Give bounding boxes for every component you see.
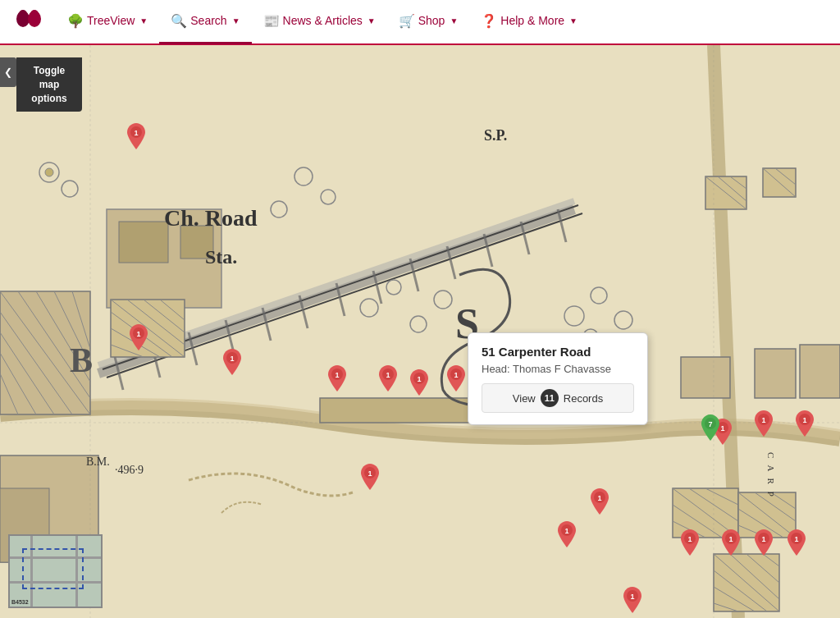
view-records-label: View <box>513 392 536 405</box>
treeview-icon: 🌳 <box>67 13 84 29</box>
svg-text:1: 1 <box>761 416 765 424</box>
popup-head-label: Head: <box>482 363 510 375</box>
mini-map[interactable]: B4532 <box>8 534 103 608</box>
news-icon: 📰 <box>263 13 280 29</box>
nav-search[interactable]: 🔍 Search ▼ <box>159 0 251 44</box>
nav-help[interactable]: ❓ Help & More ▼ <box>469 0 589 44</box>
sidebar-toggle-arrow[interactable]: ❮ <box>0 57 16 87</box>
popup-head-name: Thomas F Chavasse <box>513 363 611 375</box>
map-pin-pin6[interactable]: 1 <box>410 369 428 392</box>
sidebar-panel: ❮ Toggle map options <box>0 57 82 112</box>
map-popup: 51 Carpenter Road Head: Thomas F Chavass… <box>468 332 648 425</box>
chevron-down-icon: ▼ <box>139 16 148 25</box>
map-container[interactable]: S.P. Ch. Road Sta. S B.M. ·496·9 B C A R… <box>0 45 840 618</box>
svg-point-2 <box>19 10 27 18</box>
popup-address: 51 Carpenter Road <box>482 345 634 359</box>
svg-point-63 <box>45 168 53 176</box>
svg-text:1: 1 <box>134 129 138 137</box>
map-pin-pin14[interactable]: 1 <box>591 488 609 511</box>
svg-text:1: 1 <box>794 535 798 543</box>
svg-text:1: 1 <box>417 375 421 383</box>
nav-treeview-label: TreeView <box>87 14 135 27</box>
svg-rect-47 <box>755 349 796 398</box>
popup-head: Head: Thomas F Chavasse <box>482 363 634 375</box>
svg-rect-46 <box>681 357 730 398</box>
map-pin-pin1[interactable]: 1 <box>127 123 145 146</box>
map-pin-pin10[interactable]: 1 <box>755 410 773 433</box>
shop-icon: 🛒 <box>399 13 415 29</box>
map-pin-pin3[interactable]: 1 <box>223 349 241 372</box>
svg-text:1: 1 <box>136 330 140 338</box>
map-pin-pin15[interactable]: 1 <box>558 521 576 544</box>
view-records-button[interactable]: View 11 Records <box>482 383 634 413</box>
map-pin-pin19[interactable]: 1 <box>788 529 806 552</box>
nav-news-label: News & Articles <box>283 14 363 27</box>
svg-text:1: 1 <box>728 535 733 543</box>
map-background: S.P. Ch. Road Sta. S B.M. ·496·9 B C A R… <box>0 45 840 618</box>
nav-help-label: Help & More <box>500 14 564 27</box>
search-nav-icon: 🔍 <box>171 13 187 29</box>
chevron-down-icon2: ▼ <box>232 16 240 25</box>
svg-rect-24 <box>119 222 168 263</box>
toggle-map-options-button[interactable]: Toggle map options <box>16 57 82 112</box>
mini-map-inner: B4532 <box>10 536 101 607</box>
svg-text:1: 1 <box>230 355 234 363</box>
map-pin-pin11[interactable]: 1 <box>796 410 814 433</box>
svg-rect-48 <box>800 345 840 398</box>
svg-text:1: 1 <box>761 535 765 543</box>
svg-text:1: 1 <box>454 371 458 379</box>
chevron-down-icon4: ▼ <box>450 16 458 25</box>
map-pin-pin20[interactable]: 1 <box>623 587 641 610</box>
svg-text:1: 1 <box>386 371 390 379</box>
mini-map-label: B4532 <box>11 599 29 605</box>
map-pin-pin4[interactable]: 1 <box>328 365 346 388</box>
nav-treeview[interactable]: 🌳 TreeView ▼ <box>56 0 159 44</box>
map-pin-pin16[interactable]: 1 <box>681 529 699 552</box>
svg-text:7: 7 <box>708 420 712 428</box>
svg-text:1: 1 <box>564 527 568 535</box>
svg-text:1: 1 <box>597 494 601 502</box>
svg-text:1: 1 <box>687 535 692 543</box>
map-pin-pin7[interactable]: 1 <box>447 365 465 388</box>
svg-point-3 <box>30 10 39 18</box>
svg-text:1: 1 <box>630 593 634 601</box>
map-pin-pin2[interactable]: 1 <box>130 324 148 347</box>
svg-text:1: 1 <box>335 371 339 379</box>
map-pin-pin12[interactable]: 7 <box>701 414 719 437</box>
chevron-down-icon5: ▼ <box>569 16 578 25</box>
nav-shop-label: Shop <box>418 14 445 27</box>
help-icon: ❓ <box>481 13 497 29</box>
chevron-down-icon3: ▼ <box>368 16 376 25</box>
map-pin-pin13[interactable]: 1 <box>361 464 379 487</box>
records-suffix-label: Records <box>564 392 603 405</box>
svg-rect-25 <box>180 226 213 259</box>
map-pin-pin5[interactable]: 1 <box>379 365 397 388</box>
mini-map-viewport <box>22 548 84 589</box>
navigation-bar: 🌳 TreeView ▼ 🔍 Search ▼ 📰 News & Article… <box>0 0 840 45</box>
nav-search-label: Search <box>190 14 226 27</box>
nav-news[interactable]: 📰 News & Articles ▼ <box>252 0 387 44</box>
app-logo[interactable] <box>8 2 49 43</box>
svg-text:1: 1 <box>368 469 372 478</box>
map-svg <box>0 45 840 618</box>
svg-text:1: 1 <box>720 424 724 433</box>
map-pin-pin17[interactable]: 1 <box>722 529 740 552</box>
map-pin-pin18[interactable]: 1 <box>755 529 773 552</box>
nav-shop[interactable]: 🛒 Shop ▼ <box>387 0 470 44</box>
records-count-badge: 11 <box>541 389 559 407</box>
svg-text:1: 1 <box>802 416 806 424</box>
